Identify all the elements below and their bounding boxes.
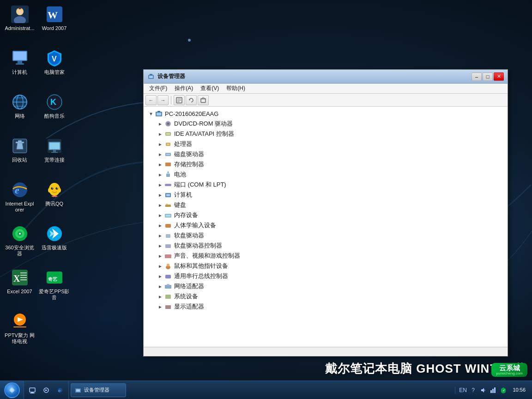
tree-expand-11[interactable]: ► (157, 232, 164, 239)
tree-item-3[interactable]: ► 磁盘驱动器 (144, 149, 508, 159)
desktop-icon-ie[interactable]: e Internet Explorer (2, 178, 37, 216)
tree-icon-18 (164, 302, 172, 311)
tray-icon-en[interactable]: EN (459, 387, 466, 394)
tree-expand-17[interactable]: ► (157, 293, 164, 300)
windows-media-button[interactable] (40, 384, 53, 397)
uninstall-button[interactable] (198, 95, 209, 105)
svg-rect-67 (157, 113, 161, 115)
svg-point-34 (51, 187, 53, 190)
tree-item-9[interactable]: ► 内存设备 (144, 210, 508, 220)
tree-item-15[interactable]: ► 通用串行总线控制器 (144, 271, 508, 281)
tree-expand-0[interactable]: ► (157, 120, 164, 127)
menu-help[interactable]: 帮助(H) (223, 84, 249, 93)
svg-marker-110 (481, 388, 484, 393)
tree-expand-7[interactable]: ► (157, 191, 164, 199)
qq-label: 腾讯QQ (45, 201, 63, 207)
desktop-icon-xunlei[interactable]: 迅雷极速版 (37, 222, 72, 254)
tree-expand-5[interactable]: ► (157, 171, 164, 178)
tree-expand-1[interactable]: ► (157, 130, 164, 138)
tree-item-13[interactable]: ► 声音、视频和游戏控制器 (144, 251, 508, 261)
tree-item-10[interactable]: ► 人体学输入设备 (144, 220, 508, 230)
desktop-icon-aiqiyi[interactable]: 奇艺 爱奇艺PPS影音 (37, 266, 72, 303)
window-title-icon (147, 73, 155, 80)
tree-item-5[interactable]: ► 电池 (144, 169, 508, 180)
desktop-icon-qq[interactable]: 腾讯QQ (37, 178, 72, 210)
tree-expand-10[interactable]: ► (157, 222, 164, 229)
tree-expand-3[interactable]: ► (157, 151, 164, 158)
menu-action[interactable]: 操作(A) (171, 84, 197, 93)
svg-point-36 (52, 187, 53, 188)
svg-rect-9 (13, 52, 26, 60)
tray-icon-network[interactable] (490, 387, 497, 394)
show-desktop-button[interactable] (26, 384, 39, 397)
svg-rect-113 (494, 387, 496, 393)
menu-file[interactable]: 文件(F) (145, 84, 171, 93)
tree-expand-8[interactable]: ► (157, 201, 164, 209)
tree-item-12[interactable]: ► 软盘驱动器控制器 (144, 241, 508, 251)
tree-root-expand[interactable]: ▼ (147, 110, 155, 117)
tree-item-14[interactable]: ► 鼠标和其他指针设备 (144, 261, 508, 271)
forward-button[interactable]: → (157, 95, 169, 105)
tree-item-4[interactable]: ► 存储控制器 (144, 159, 508, 169)
tree-root[interactable]: ▼ PC-20160620EAAG (144, 109, 508, 119)
tray-icon-antivirus[interactable]: ✓ (500, 387, 507, 394)
close-button[interactable]: ✕ (494, 73, 504, 81)
tree-expand-14[interactable]: ► (157, 262, 164, 270)
tree-item-8[interactable]: ► 键盘 (144, 200, 508, 210)
tree-item-0[interactable]: ► DVD/CD-ROM 驱动器 (144, 119, 508, 129)
tree-expand-16[interactable]: ► (157, 283, 164, 290)
qqmusic-icon: K (45, 93, 64, 111)
desktop-icon-administrator[interactable]: Administrat... (2, 2, 37, 34)
start-button[interactable] (0, 381, 24, 399)
maximize-button[interactable]: □ (483, 73, 493, 81)
back-button[interactable]: ← (145, 95, 157, 105)
desktop-icon-excel[interactable]: X Excel 2007 (2, 266, 37, 297)
system-clock[interactable]: 10:56 (510, 387, 528, 393)
desktop-icon-network[interactable]: 网络 (2, 90, 37, 122)
ie-quick-button[interactable]: e (54, 384, 66, 397)
svg-rect-5 (18, 7, 21, 9)
desktop-icon-broadband[interactable]: 宽带连接 (37, 134, 72, 166)
tree-item-2[interactable]: ► 处理器 (144, 139, 508, 149)
svg-point-38 (48, 188, 51, 193)
tray-icon-help[interactable]: ? (469, 387, 477, 394)
tray-icon-speaker[interactable] (479, 387, 487, 394)
minimize-button[interactable]: – (472, 73, 482, 81)
tree-item-17[interactable]: ► 系统设备 (144, 291, 508, 302)
tree-label-11: 软盘驱动器 (174, 231, 204, 240)
tree-expand-4[interactable]: ► (157, 161, 164, 168)
tree-expand-9[interactable]: ► (157, 212, 164, 219)
tree-item-6[interactable]: ► 端口 (COM 和 LPT) (144, 180, 508, 190)
tree-expand-2[interactable]: ► (157, 140, 164, 148)
tree-expand-18[interactable]: ► (157, 303, 164, 310)
svg-rect-79 (166, 174, 170, 177)
window-content[interactable]: ▼ PC-20160620EAAG ► DVD/CD-ROM 驱动器 (144, 107, 508, 347)
tree-expand-6[interactable]: ► (157, 181, 164, 188)
desktop-icon-word2007[interactable]: W Word 2007 (37, 2, 72, 34)
tree-item-1[interactable]: ► IDE ATA/ATAPI 控制器 (144, 129, 508, 139)
tree-item-11[interactable]: ► 软盘驱动器 (144, 230, 508, 241)
tree-expand-15[interactable]: ► (157, 272, 164, 280)
desktop-icon-pcmanager[interactable]: V 电脑管家 (37, 46, 72, 78)
desktop-icon-computer[interactable]: 计算机 (2, 46, 37, 78)
tree-item-18[interactable]: ► 显示适配器 (144, 302, 508, 312)
menu-view[interactable]: 查看(V) (197, 84, 223, 93)
svg-rect-49 (20, 277, 27, 278)
pcmanager-label: 电脑管家 (44, 69, 65, 75)
tree-label-6: 端口 (COM 和 LPT) (174, 181, 226, 189)
tree-item-7[interactable]: ► 计算机 (144, 190, 508, 200)
desktop-icon-360[interactable]: 360安全浏览器 (2, 222, 37, 260)
tree-expand-13[interactable]: ► (157, 252, 164, 260)
desktop-icon-qqmusic[interactable]: K 酷狗音乐 (37, 90, 72, 122)
xunlei-label: 迅雷极速版 (42, 245, 67, 251)
tree-item-16[interactable]: ► 网络适配器 (144, 281, 508, 291)
update-driver-button[interactable] (186, 95, 197, 105)
tree-icon-11 (164, 231, 172, 240)
desktop-icon-recycle[interactable]: 回收站 (2, 134, 37, 166)
aiqiyi-icon: 奇艺 (45, 268, 64, 287)
desktop-icon-pptv[interactable]: PPTV聚力 网络电视 (2, 309, 37, 347)
tree-expand-12[interactable]: ► (157, 242, 164, 249)
taskbar-item-device-manager[interactable]: 设备管理器 (71, 383, 126, 397)
network-label: 网络 (15, 113, 25, 119)
show-properties-button[interactable] (174, 95, 185, 105)
